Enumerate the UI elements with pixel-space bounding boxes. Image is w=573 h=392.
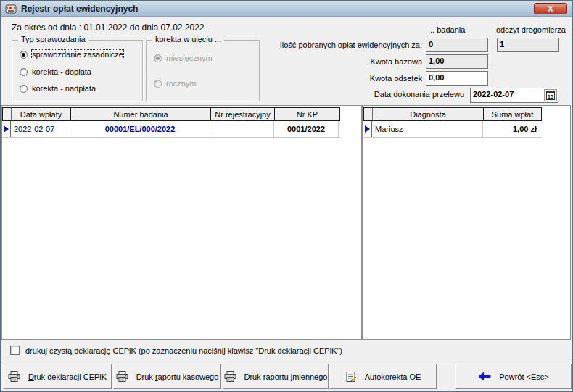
cell-nr-kp[interactable]: 0001/2022 — [274, 121, 339, 137]
diagnostics-grid-header: Diagnosta Suma wpłat — [363, 107, 542, 121]
radio-label[interactable]: sprawozdanie zasadnicze — [32, 50, 123, 59]
radio-label[interactable]: korekta - nadpłata — [32, 84, 96, 93]
print-named-report-button[interactable]: Druk raportu imiennego — [223, 364, 329, 389]
cell-suma-wplat[interactable]: 1,00 zł — [483, 121, 540, 137]
calendar-icon[interactable]: 15 — [546, 91, 555, 100]
radio-icon — [154, 54, 162, 62]
radio-sprawozdanie-zasadnicze[interactable]: sprawozdanie zasadnicze — [20, 50, 123, 59]
button-label: Druk deklaracji CEPiK — [28, 372, 107, 381]
radio-icon[interactable] — [20, 51, 28, 59]
back-button[interactable]: Powrót <Esc> — [455, 364, 572, 389]
column-header[interactable]: Nr KP — [275, 108, 339, 120]
radio-miesiecznym: miesięcznym — [154, 54, 213, 62]
cepik-checkbox[interactable] — [10, 346, 20, 355]
diagnostics-grid: Diagnosta Suma wpłat Mariusz 1,00 zł — [363, 107, 542, 138]
badania-column-label: .. badania — [430, 25, 465, 34]
radio-korekta-doplata[interactable]: korekta - dopłata — [20, 67, 91, 76]
radio-rocznym: rocznym — [154, 79, 197, 88]
title-bar: Rejestr opłat ewidencyjnych X — [1, 1, 572, 17]
button-label: Powrót <Esc> — [499, 372, 548, 381]
radio-label[interactable]: korekta - dopłata — [32, 67, 91, 76]
radio-korekta-nadplata[interactable]: korekta - nadpłata — [20, 84, 96, 93]
row-marker-cell — [363, 121, 372, 137]
window-title: Rejestr opłat ewidencyjnych — [21, 4, 138, 14]
odczyt-column-label: odczyt drogomierza — [496, 25, 566, 34]
base-amount-label: Kwota bazowa — [263, 57, 422, 66]
transfer-date-field[interactable]: 2022-02-07 15 — [470, 88, 558, 103]
correction-title: korekta w ujęciu ... — [152, 35, 224, 43]
base-amount-field: 1,00 — [426, 54, 488, 69]
transfer-date-label: Data dokonania przelewu — [263, 90, 464, 99]
cell-numer-badania[interactable]: 00001/EL/000/2022 — [70, 121, 210, 137]
cell-nr-rejestracyjny[interactable] — [210, 121, 274, 137]
transfer-date-value[interactable]: 2022-02-07 — [473, 90, 514, 99]
button-bar: Druk deklaracji CEPiK Druk raportu kasow… — [1, 362, 572, 391]
print-cepik-button[interactable]: Druk deklaracji CEPiK — [3, 364, 112, 389]
fees-count-odczyt-field: 1 — [497, 38, 559, 52]
app-icon — [5, 3, 17, 14]
document-edit-icon — [345, 371, 357, 383]
dialog-rejestr-oplat: Rejestr opłat ewidencyjnych X Za okres o… — [0, 0, 573, 392]
cepik-checkbox-row[interactable]: drukuj czystą deklarację CEPiK (po zazna… — [10, 346, 342, 355]
fees-count-badania-field: 0 — [426, 38, 488, 52]
arrow-left-icon — [478, 372, 491, 381]
interest-amount-label: Kwota odsetek — [263, 74, 422, 83]
grid-divider — [361, 106, 363, 339]
printer-icon — [8, 371, 20, 382]
close-button[interactable]: X — [534, 3, 567, 14]
printer-icon — [224, 371, 236, 382]
radio-icon[interactable] — [20, 85, 28, 93]
radio-icon[interactable] — [20, 68, 28, 76]
payments-grid-header: Data wpłaty Numer badania Nr rejestracyj… — [2, 107, 340, 121]
column-header[interactable]: Numer badania — [71, 108, 211, 120]
table-row[interactable]: 2022-02-07 00001/EL/000/2022 0001/2022 — [2, 121, 340, 138]
marker-header-cell — [364, 108, 373, 120]
autocorrect-oe-button[interactable]: Autokorekta OE — [329, 364, 437, 389]
table-row[interactable]: Mariusz 1,00 zł — [363, 121, 542, 138]
grids-panel: Data wpłaty Numer badania Nr rejestracyj… — [1, 105, 571, 340]
column-header[interactable]: Nr rejestracyjny — [211, 108, 275, 120]
report-type-title: Typ sprawozdania — [18, 35, 88, 43]
period-label: Za okres od dnia : 01.01.2022 do dnia 07… — [12, 22, 205, 33]
current-row-icon — [4, 125, 9, 133]
cell-diagnosta[interactable]: Mariusz — [372, 121, 483, 137]
radio-icon — [154, 80, 162, 88]
print-cash-report-button[interactable]: Druk raportu kasowego — [113, 364, 221, 389]
column-header[interactable]: Suma wpłat — [484, 108, 541, 120]
payments-grid: Data wpłaty Numer badania Nr rejestracyj… — [2, 107, 340, 138]
current-row-icon — [365, 125, 370, 133]
fees-count-label: Ilość pobranych opłat ewidencyjnych za: — [263, 41, 422, 49]
radio-label: rocznym — [166, 79, 197, 88]
marker-header-cell — [3, 108, 12, 120]
cepik-checkbox-label[interactable]: drukuj czystą deklarację CEPiK (po zazna… — [25, 346, 342, 355]
button-label: Druk raportu kasowego — [136, 372, 219, 381]
cell-data-wplaty[interactable]: 2022-02-07 — [11, 121, 70, 137]
column-header[interactable]: Diagnosta — [373, 108, 484, 120]
calendar-button[interactable]: 15 — [544, 89, 557, 101]
column-header[interactable]: Data wpłaty — [12, 108, 71, 120]
report-type-groupbox: Typ sprawozdania sprawozdanie zasadnicze… — [12, 40, 143, 101]
radio-label: miesięcznym — [166, 54, 213, 62]
interest-amount-field[interactable]: 0,00 — [426, 71, 488, 86]
row-marker-cell — [2, 121, 11, 137]
correction-groupbox: korekta w ujęciu ... miesięcznym rocznym — [146, 40, 260, 101]
button-label: Druk raportu imiennego — [244, 372, 328, 381]
button-label: Autokorekta OE — [365, 372, 421, 381]
printer-icon — [116, 371, 128, 382]
